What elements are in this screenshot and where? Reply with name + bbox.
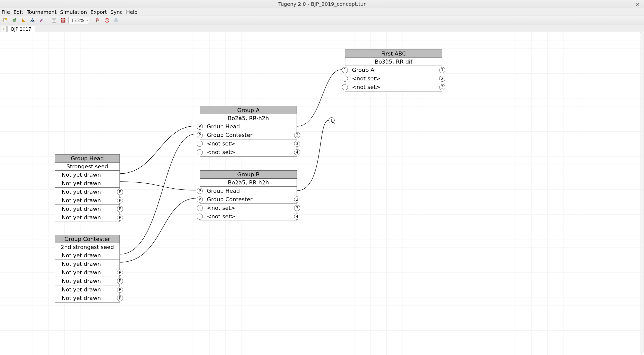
node-row[interactable]: P Group Contester 2 <box>200 195 297 204</box>
node-row[interactable]: Not yet drawn <box>55 251 119 260</box>
menu-export[interactable]: Export <box>91 9 107 15</box>
svg-point-5 <box>32 21 33 22</box>
port-out-icon[interactable]: 3 <box>439 84 445 90</box>
node-row[interactable]: <not set> 4 <box>200 212 297 221</box>
node-row[interactable]: Not yet drawn <box>55 179 119 188</box>
port-in-icon[interactable]: P <box>197 132 203 138</box>
window-title: Tugeny 2.0 - BJP_2019_concept.tur <box>278 1 366 7</box>
tab-add-button[interactable]: + <box>1 26 7 32</box>
port-in-empty-icon[interactable] <box>342 84 348 90</box>
node-row[interactable]: <not set> 3 <box>345 83 442 91</box>
node-first-abc[interactable]: First ABC Bo3à5, RR-dif 1 Group A 1 <not… <box>345 49 442 91</box>
node-title: Group Head <box>55 155 119 163</box>
port-out-icon[interactable]: 3 <box>294 141 300 147</box>
floating-port-icon[interactable]: 1 <box>329 117 335 123</box>
node-row[interactable]: Not yet drawnP <box>55 268 119 277</box>
port-in-icon[interactable]: 1 <box>342 67 348 73</box>
menu-bar: File Edit Tournament Simulation Export S… <box>0 8 644 16</box>
menu-simulation[interactable]: Simulation <box>60 9 87 15</box>
toolbar-add-node-button[interactable] <box>11 17 18 24</box>
svg-rect-2 <box>13 19 15 22</box>
port-out-icon[interactable]: P <box>117 287 123 293</box>
node-row[interactable]: P Group Contester 2 <box>200 131 297 139</box>
node-row[interactable]: Not yet drawn <box>55 171 119 179</box>
node-row[interactable]: P Group Head <box>200 122 297 131</box>
diagram-canvas[interactable]: Group Head Strongest seed Not yet drawn … <box>0 32 644 355</box>
globe-icon <box>113 18 118 23</box>
node-row[interactable]: Not yet drawnP <box>55 188 119 196</box>
node-row[interactable]: Not yet drawnP <box>55 205 119 213</box>
vertical-scrollbar[interactable] <box>640 32 643 354</box>
port-in-icon[interactable]: P <box>197 196 203 202</box>
bracket-icon <box>21 18 26 23</box>
port-in-empty-icon[interactable] <box>197 141 203 147</box>
svg-point-3 <box>32 18 33 19</box>
toolbar-flag-button[interactable] <box>94 17 102 24</box>
toolbar-no-entry-button[interactable] <box>103 17 111 24</box>
svg-rect-8 <box>52 18 56 22</box>
toolbar-grid-dark-button[interactable] <box>59 17 67 24</box>
node-row[interactable]: Not yet drawnP <box>55 196 119 205</box>
port-out-icon[interactable]: P <box>117 215 123 221</box>
node-group-a[interactable]: Group A Bo2à5, RR-h2h P Group Head P Gro… <box>200 106 297 157</box>
node-row[interactable]: Not yet drawnP <box>55 285 119 294</box>
node-row[interactable]: Not yet drawnP <box>55 277 119 285</box>
node-row[interactable]: Not yet drawn <box>55 260 119 268</box>
node-row[interactable]: Not yet drawnP <box>55 294 119 302</box>
canvas-viewport[interactable]: Group Head Strongest seed Not yet drawn … <box>0 32 644 355</box>
menu-edit[interactable]: Edit <box>13 9 23 15</box>
port-out-icon[interactable]: 2 <box>294 196 300 202</box>
port-in-empty-icon[interactable] <box>342 76 348 82</box>
toolbar-globe-button[interactable] <box>112 17 120 24</box>
port-out-icon[interactable]: P <box>117 270 123 276</box>
window-titlebar: Tugeny 2.0 - BJP_2019_concept.tur × <box>0 0 644 8</box>
port-out-icon[interactable]: P <box>117 278 123 284</box>
port-out-icon[interactable]: P <box>117 197 123 204</box>
port-out-icon[interactable]: P <box>117 295 123 301</box>
port-out-icon[interactable]: 4 <box>294 149 300 155</box>
toolbar-grid-light-button[interactable] <box>50 17 58 24</box>
node-group-b[interactable]: Group B Bo2à5, RR-h2h P Group Head P Gro… <box>200 170 297 221</box>
zoom-value: 133% <box>71 18 84 23</box>
menu-tournament[interactable]: Tournament <box>27 9 57 15</box>
paint-icon <box>39 18 44 23</box>
node-row[interactable]: 1 Group A 1 <box>345 66 442 74</box>
port-out-icon[interactable]: 2 <box>294 132 300 138</box>
toolbar-new-button[interactable] <box>2 17 9 24</box>
port-in-empty-icon[interactable] <box>197 214 203 220</box>
port-out-icon[interactable]: P <box>117 189 123 195</box>
node-group-head[interactable]: Group Head Strongest seed Not yet drawn … <box>55 154 120 222</box>
node-subtitle: Strongest seed <box>55 163 119 171</box>
node-row[interactable]: <not set> 3 <box>200 139 297 148</box>
menu-help[interactable]: Help <box>126 9 138 15</box>
document-sun-icon <box>3 18 8 23</box>
toolbar-bracket-button[interactable] <box>20 17 27 24</box>
toolbar-tree-button[interactable] <box>29 17 36 24</box>
port-out-icon[interactable]: P <box>117 206 123 212</box>
node-group-contester[interactable]: Group Contester 2nd strongest seed Not y… <box>55 235 120 302</box>
port-out-icon[interactable]: 3 <box>294 205 300 211</box>
node-subtitle: Bo3à5, RR-dif <box>345 58 442 66</box>
menu-sync[interactable]: Sync <box>110 9 123 15</box>
node-row[interactable]: Not yet drawnP <box>55 213 119 222</box>
node-row[interactable]: <not set> 3 <box>200 204 297 212</box>
toolbar-paint-button[interactable] <box>38 17 45 24</box>
node-subtitle: 2nd strongest seed <box>55 243 119 251</box>
port-out-icon[interactable]: 1 <box>439 67 445 73</box>
toolbar: 133% ▾ <box>0 16 644 25</box>
grid-dark-icon <box>61 18 66 23</box>
port-out-icon[interactable]: 2 <box>439 76 445 82</box>
node-row[interactable]: <not set> 2 <box>345 74 442 83</box>
port-in-empty-icon[interactable] <box>197 149 203 155</box>
tab-bjp-2017[interactable]: BJP 2017 <box>7 26 35 32</box>
port-out-icon[interactable]: 4 <box>294 214 300 220</box>
node-row[interactable]: P Group Head <box>200 187 297 195</box>
zoom-select[interactable]: 133% ▾ <box>68 17 89 24</box>
node-row[interactable]: <not set> 4 <box>200 148 297 156</box>
window-close-button[interactable]: × <box>635 1 640 7</box>
port-in-empty-icon[interactable] <box>197 205 203 211</box>
node-subtitle: Bo2à5, RR-h2h <box>200 114 297 122</box>
menu-file[interactable]: File <box>2 9 10 15</box>
port-in-icon[interactable]: P <box>197 188 203 194</box>
port-in-icon[interactable]: P <box>197 124 203 130</box>
